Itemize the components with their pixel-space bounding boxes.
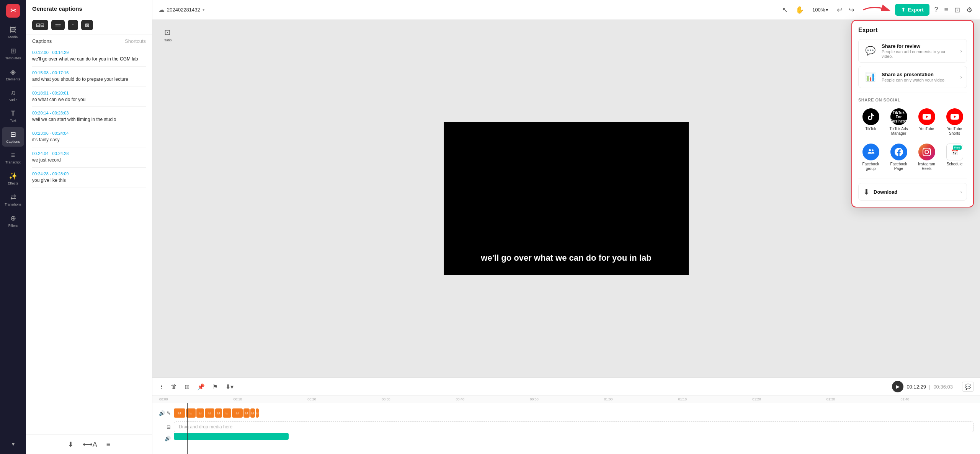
caption-item-6[interactable]: 00:24:28 - 00:28:09 you give like this xyxy=(32,168,146,188)
youtube-label: YouTube xyxy=(919,127,934,131)
caption-item-4[interactable]: 00:23:06 - 00:24:04 it's fairly easy xyxy=(32,127,146,147)
caption-text-5: we just record xyxy=(32,157,146,163)
ratio-sidebar: ⊡ Ratio xyxy=(152,20,183,377)
timeline-tracks: 🔊 ✎ ⊟ ⊟ ⊟ ⊟ ⊟ ⊟ ⊟ ⊟ ⊟ ⊟ xyxy=(152,403,980,454)
group-btn[interactable]: ⊞ xyxy=(183,382,191,391)
select-tool-btn[interactable]: ↖ xyxy=(780,4,790,16)
social-btn-instagram[interactable]: Instagram Reels xyxy=(914,141,939,173)
caption-item-3[interactable]: 00:20:14 - 00:23:03 well we can start wi… xyxy=(32,107,146,127)
comments-btn[interactable]: ≡ xyxy=(942,4,950,15)
download-captions-btn[interactable]: ⬇ xyxy=(66,439,75,450)
sidebar-item-transcript[interactable]: ≡ Transcript xyxy=(2,148,24,167)
flag-btn[interactable]: ⚑ xyxy=(211,382,219,391)
sidebar-item-templates[interactable]: ⊞ Templates xyxy=(2,44,24,63)
filename-display[interactable]: ☁ 202402281432 ▾ xyxy=(158,6,205,13)
segment-1-9[interactable]: ⊟ xyxy=(250,408,255,418)
social-btn-tiktok[interactable]: TikTok xyxy=(858,106,883,138)
segment-1-6[interactable]: ⊟ xyxy=(223,408,231,418)
segment-1-2[interactable]: ⊟ xyxy=(186,408,196,418)
sidebar-item-media[interactable]: 🖼 Media xyxy=(2,23,24,42)
captions-upload-btn[interactable]: ↑ xyxy=(68,20,78,30)
layout-btn[interactable]: ⊡ xyxy=(953,4,962,16)
sidebar-item-captions[interactable]: ⊟ Captions xyxy=(2,127,24,147)
download-btn[interactable]: ⬇ Download › xyxy=(858,183,967,201)
segment-teal[interactable] xyxy=(174,433,289,440)
segment-1-5[interactable]: ⊟ xyxy=(215,408,222,418)
sidebar-item-text[interactable]: T Text xyxy=(2,106,24,126)
sidebar-item-audio[interactable]: ♫ Audio xyxy=(2,86,24,105)
download-label: Download xyxy=(874,189,956,195)
track-volume-btn-1[interactable]: 🔊 xyxy=(159,410,165,416)
segment-1-7[interactable]: ⊟ xyxy=(232,408,243,418)
redo-btn[interactable]: ↪ xyxy=(846,4,857,16)
captions-btn-1[interactable]: ⊟⊟ xyxy=(32,20,48,30)
track-controls-3: 🔊 xyxy=(158,436,171,441)
settings-btn[interactable]: ⚙ xyxy=(965,4,974,16)
ratio-btn[interactable]: ⊡ Ratio xyxy=(160,24,175,45)
ruler-mark-10: 01:40 xyxy=(900,397,974,401)
export-label: Export xyxy=(908,7,923,13)
tiktok-icon xyxy=(862,108,879,125)
play-btn[interactable]: ▶ xyxy=(892,381,903,392)
social-btn-facebook-group[interactable]: Facebook group xyxy=(858,141,883,173)
segment-1-4[interactable]: ⊟ xyxy=(205,408,214,418)
sidebar-collapse-btn[interactable]: ▾ xyxy=(9,438,18,450)
comment-btn[interactable]: 💬 xyxy=(962,382,974,392)
captions-toolbar: ⊟⊟ ≡≡ ↑ ⊠ xyxy=(26,16,152,34)
captions-icon: ⊟ xyxy=(10,130,16,139)
transcript-icon: ≡ xyxy=(11,151,15,159)
segment-1-10[interactable]: ⊟ xyxy=(256,408,259,418)
audio-icon: ♫ xyxy=(10,89,16,97)
export-panel-title: Export xyxy=(858,27,967,34)
social-btn-facebook-page[interactable]: Facebook Page xyxy=(886,141,911,173)
instagram-label: Instagram Reels xyxy=(916,162,938,171)
caption-item-2[interactable]: 00:18:01 - 00:20:01 so what can we do fo… xyxy=(32,87,146,107)
translate-captions-btn[interactable]: ⟷A xyxy=(81,439,99,450)
import-btn[interactable]: ⬇▾ xyxy=(224,382,235,391)
schedule-label: Schedule xyxy=(947,162,963,167)
social-btn-schedule[interactable]: 📅 Free Schedule xyxy=(942,141,967,173)
track-control-btn-2[interactable]: ⊟ xyxy=(167,424,171,430)
zoom-control[interactable]: 100% ▾ xyxy=(809,5,831,14)
help-btn[interactable]: ? xyxy=(933,4,939,15)
split-btn[interactable]: ⫶ xyxy=(158,382,165,391)
sidebar-item-transitions[interactable]: ⇄ Transitions xyxy=(2,190,24,209)
social-btn-youtube[interactable]: YouTube xyxy=(914,106,939,138)
captions-label: Captions xyxy=(32,38,52,44)
share-presentation-arrow-icon: › xyxy=(960,74,962,80)
export-divider xyxy=(858,93,967,93)
caption-item-5[interactable]: 00:24:04 - 00:24:28 we just record xyxy=(32,147,146,168)
captions-btn-2[interactable]: ≡≡ xyxy=(51,20,65,30)
current-time: 00:12:29 xyxy=(906,384,926,390)
segment-1-3[interactable]: ⊟ xyxy=(196,408,204,418)
sidebar-item-filters[interactable]: ⊕ Filters xyxy=(2,211,24,230)
caption-item-0[interactable]: 00:12:00 - 00:14:29 we'll go over what w… xyxy=(32,46,146,67)
sidebar-item-elements[interactable]: ◈ Elements xyxy=(2,65,24,84)
pin-btn[interactable]: 📌 xyxy=(196,382,206,391)
segment-1-8[interactable]: ⊟ xyxy=(243,408,250,418)
export-btn[interactable]: ⬆ Export xyxy=(895,4,929,16)
caption-time-3: 00:20:14 - 00:23:03 xyxy=(32,111,146,115)
ruler-mark-1: 00:10 xyxy=(233,397,307,401)
settings-captions-btn[interactable]: ≡ xyxy=(105,439,112,450)
share-presentation-option[interactable]: 📊 Share as presentation People can only … xyxy=(858,66,967,88)
undo-btn[interactable]: ↩ xyxy=(835,4,845,16)
timeline-toolbar: ⫶ 🗑 ⊞ 📌 ⚑ ⬇▾ ▶ 00:12:29 | 00:36:03 💬 xyxy=(152,378,980,396)
text-icon: T xyxy=(11,109,15,118)
shortcuts-btn[interactable]: Shortcuts xyxy=(125,38,146,44)
hand-tool-btn[interactable]: ✋ xyxy=(793,4,806,16)
track-row-3: 🔊 xyxy=(152,434,980,443)
share-presentation-desc: People can only watch your video. xyxy=(882,78,956,82)
sidebar-item-effects[interactable]: ✨ Effects xyxy=(2,169,24,188)
track-volume-btn-3[interactable]: 🔊 xyxy=(165,436,171,441)
caption-item-1[interactable]: 00:15:08 - 00:17:16 and what you should … xyxy=(32,67,146,87)
social-btn-youtube-shorts[interactable]: YouTube Shorts xyxy=(942,106,967,138)
track-edit-btn-1[interactable]: ✎ xyxy=(167,410,171,416)
social-btn-tiktok-ads[interactable]: TikTokForBusiness TikTok Ads Manager xyxy=(886,106,911,138)
track-row-2: ⊟ Drag and drop media here xyxy=(152,420,980,434)
drag-drop-zone[interactable]: Drag and drop media here xyxy=(174,421,974,432)
captions-transform-btn[interactable]: ⊠ xyxy=(81,20,93,30)
segment-1-1[interactable]: ⊟ xyxy=(174,408,185,418)
delete-btn[interactable]: 🗑 xyxy=(169,382,178,391)
share-review-option[interactable]: 💬 Share for review People can add commen… xyxy=(858,39,967,63)
